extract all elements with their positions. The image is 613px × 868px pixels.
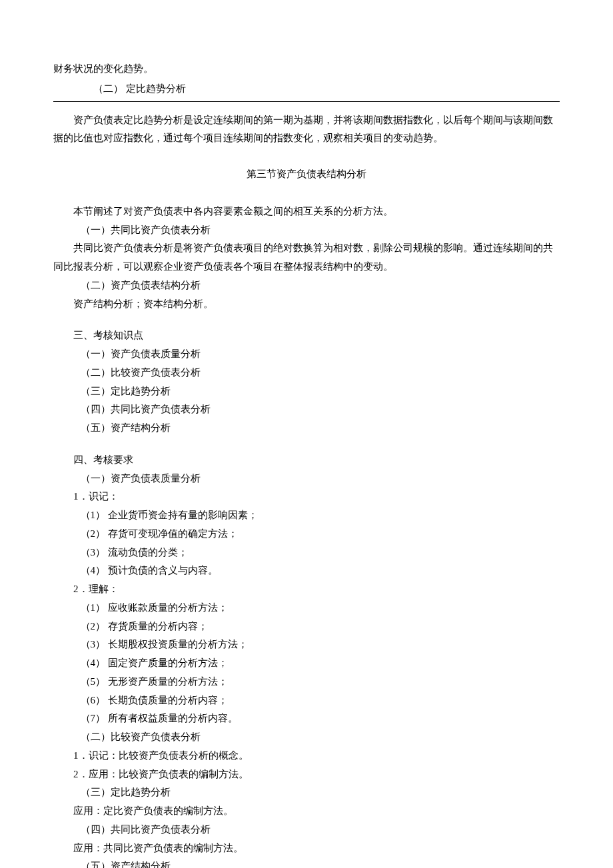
req-3-header: （三）定比趋势分析	[53, 783, 560, 802]
continuation-text: 财务状况的变化趋势。	[53, 60, 560, 79]
req-1-lijie-3: （3） 长期股权投资质量的分析方法；	[53, 636, 560, 654]
req-1-shiji-1: （1） 企业货币资金持有量的影响因素；	[53, 506, 560, 525]
section-3-intro: 本节阐述了对资产负债表中各内容要素金额之间的相互关系的分析方法。	[53, 203, 560, 221]
req-1-lijie-2: （2） 存货质量的分析内容；	[53, 618, 560, 636]
req-1-shiji-3: （3） 流动负债的分类；	[53, 544, 560, 562]
req-title: 四、考核要求	[53, 451, 560, 470]
req-1-lijie-label: 2．理解：	[53, 580, 560, 599]
kaohe-item-1: （一）资产负债表质量分析	[53, 345, 560, 364]
kaohe-item-4: （四）共同比资产负债表分析	[53, 400, 560, 419]
req-4-yingyong: 应用：共同比资产负债表的编制方法。	[53, 839, 560, 858]
s3-item2-header: （二）资产负债表结构分析	[53, 276, 560, 295]
kaohe-item-5: （五）资产结构分析	[53, 419, 560, 438]
req-1-shiji-label: 1．识记：	[53, 488, 560, 506]
subsection-2-header: （二） 定比趋势分析	[73, 80, 560, 99]
kaohe-item-3: （三）定比趋势分析	[53, 382, 560, 401]
s3-item2-body: 资产结构分析；资本结构分析。	[53, 295, 560, 314]
req-2-shiji: 1．识记：比较资产负债表分析的概念。	[53, 747, 560, 765]
req-1-lijie-4: （4） 固定资产质量的分析方法；	[53, 654, 560, 673]
req-5-header: （五）资产结构分析	[53, 857, 560, 868]
req-1-shiji-4: （4） 预计负债的含义与内容。	[53, 562, 560, 580]
s3-item1-body: 共同比资产负债表分析是将资产负债表项目的绝对数换算为相对数，剔除公司规模的影响。…	[53, 239, 560, 276]
req-1-lijie-1: （1） 应收账款质量的分析方法；	[53, 599, 560, 618]
req-1-shiji-2: （2） 存货可变现净值的确定方法；	[53, 525, 560, 544]
req-1-lijie-6: （6） 长期负债质量的分析内容；	[53, 691, 560, 710]
req-1-lijie-5: （5） 无形资产质量的分析方法；	[53, 673, 560, 691]
section-3-title: 第三节资产负债表结构分析	[53, 165, 560, 184]
req-2-yingyong: 2．应用：比较资产负债表的编制方法。	[53, 765, 560, 784]
req-2-header: （二）比较资产负债表分析	[53, 728, 560, 747]
horizontal-rule	[53, 101, 560, 102]
subsection-2-body: 资产负债表定比趋势分析是设定连续期间的第一期为基期，并将该期间数据指数化，以后每…	[53, 111, 560, 149]
kaohe-item-2: （二）比较资产负债表分析	[53, 364, 560, 382]
req-4-header: （四）共同比资产负债表分析	[53, 821, 560, 839]
kaohe-title: 三、考核知识点	[53, 326, 560, 345]
req-1-header: （一）资产负债表质量分析	[53, 470, 560, 488]
req-3-yingyong: 应用：定比资产负债表的编制方法。	[53, 802, 560, 821]
req-1-lijie-7: （7） 所有者权益质量的分析内容。	[53, 709, 560, 728]
s3-item1-header: （一）共同比资产负债表分析	[53, 221, 560, 240]
